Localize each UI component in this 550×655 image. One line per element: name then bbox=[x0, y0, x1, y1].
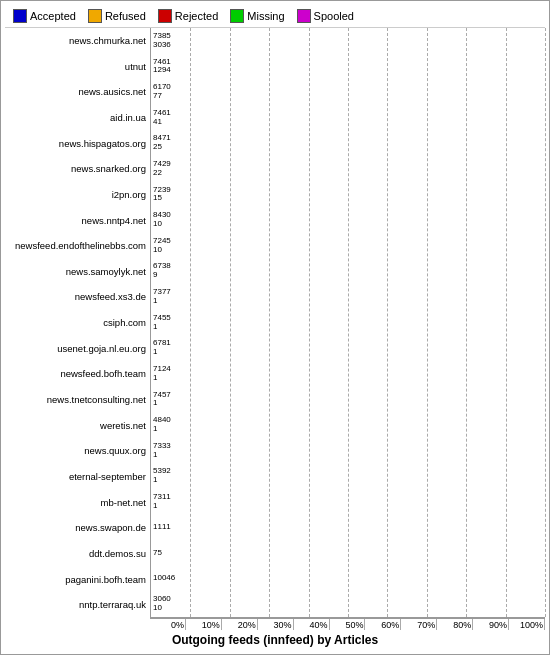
x-tick: 10% bbox=[186, 619, 222, 630]
bar-values: 73771 bbox=[153, 288, 171, 306]
bar-value-bottom: 1 bbox=[153, 399, 171, 408]
x-tick: 20% bbox=[222, 619, 258, 630]
bar-row: 746141 bbox=[151, 105, 545, 131]
bar-values: 74611294 bbox=[153, 58, 171, 76]
y-label: nntp.terraraq.uk bbox=[5, 600, 146, 610]
x-tick: 100% bbox=[509, 619, 545, 630]
y-label: usenet.goja.nl.eu.org bbox=[5, 344, 146, 354]
y-label: news.tnetconsulting.net bbox=[5, 395, 146, 405]
bar-value-bottom: 10 bbox=[153, 246, 171, 255]
legend-missing-box bbox=[230, 9, 244, 23]
bar-values: 847125 bbox=[153, 134, 171, 152]
bar-values: 73853036 bbox=[153, 32, 171, 50]
x-tick: 60% bbox=[365, 619, 401, 630]
y-label: newsfeed.bofh.team bbox=[5, 369, 146, 379]
legend-refused-box bbox=[88, 9, 102, 23]
bar-values: 73111 bbox=[153, 493, 171, 511]
y-label: news.hispagatos.org bbox=[5, 139, 146, 149]
y-label: newsfeed.endofthelinebbs.com bbox=[5, 241, 146, 251]
bar-row: 843010 bbox=[151, 207, 545, 233]
legend-rejected-box bbox=[158, 9, 172, 23]
bar-value-bottom: 77 bbox=[153, 92, 171, 101]
bar-value-bottom: 1 bbox=[153, 425, 171, 434]
bar-row: 847125 bbox=[151, 130, 545, 156]
y-label: mb-net.net bbox=[5, 498, 146, 508]
y-label: news.quux.org bbox=[5, 446, 146, 456]
y-label: news.snarked.org bbox=[5, 164, 146, 174]
bar-row: 1111 bbox=[151, 515, 545, 541]
bar-value-bottom: 25 bbox=[153, 143, 171, 152]
bar-values: 617077 bbox=[153, 83, 171, 101]
y-label: csiph.com bbox=[5, 318, 146, 328]
bar-value-bottom: 10 bbox=[153, 220, 171, 229]
bar-row: 73771 bbox=[151, 284, 545, 310]
bar-value-bottom: 22 bbox=[153, 169, 171, 178]
y-axis-labels: news.chmurka.netutnutnews.ausics.netaid.… bbox=[5, 28, 150, 618]
x-tick: 50% bbox=[330, 619, 366, 630]
y-label: news.samoylyk.net bbox=[5, 267, 146, 277]
y-label: newsfeed.xs3.de bbox=[5, 292, 146, 302]
bar-row: 73111 bbox=[151, 489, 545, 515]
bar-row: 306010 bbox=[151, 591, 545, 617]
bar-row: 73853036 bbox=[151, 28, 545, 54]
bar-values: 71241 bbox=[153, 365, 171, 383]
bar-row: 74611294 bbox=[151, 54, 545, 80]
legend-accepted: Accepted bbox=[13, 9, 76, 23]
bar-values: 67811 bbox=[153, 339, 171, 357]
bar-values: 742922 bbox=[153, 160, 171, 178]
x-tick: 80% bbox=[437, 619, 473, 630]
bar-values: 1111 bbox=[153, 523, 171, 532]
bar-value-bottom: 1 bbox=[153, 323, 171, 332]
bar-value-bottom: 15 bbox=[153, 194, 171, 203]
bar-value-bottom: 1 bbox=[153, 348, 171, 357]
bar-values: 73331 bbox=[153, 442, 171, 460]
bar-value-top: 10046 bbox=[153, 574, 175, 583]
y-label: eternal-september bbox=[5, 472, 146, 482]
x-tick: 0% bbox=[150, 619, 186, 630]
bar-row: 724510 bbox=[151, 233, 545, 259]
y-label: ddt.demos.su bbox=[5, 549, 146, 559]
bar-values: 306010 bbox=[153, 595, 171, 613]
legend-accepted-box bbox=[13, 9, 27, 23]
y-label: aid.in.ua bbox=[5, 113, 146, 123]
bar-value-bottom: 1294 bbox=[153, 66, 171, 75]
legend-spooled: Spooled bbox=[297, 9, 354, 23]
y-label: news.chmurka.net bbox=[5, 36, 146, 46]
legend-missing: Missing bbox=[230, 9, 284, 23]
bars-area: 7385303674611294617077746141847125742922… bbox=[150, 28, 545, 618]
bar-value-top: 75 bbox=[153, 549, 162, 558]
bar-row: 74571 bbox=[151, 387, 545, 413]
bar-value-bottom: 1 bbox=[153, 451, 171, 460]
bar-row: 74551 bbox=[151, 310, 545, 336]
bar-value-bottom: 1 bbox=[153, 476, 171, 485]
y-label: news.ausics.net bbox=[5, 87, 146, 97]
y-label: news.nntp4.net bbox=[5, 216, 146, 226]
bar-values: 75 bbox=[153, 549, 162, 558]
bar-row: 10046 bbox=[151, 566, 545, 592]
legend-spooled-box bbox=[297, 9, 311, 23]
bar-values: 67389 bbox=[153, 262, 171, 280]
bar-row: 75 bbox=[151, 540, 545, 566]
bar-value-bottom: 9 bbox=[153, 271, 171, 280]
bar-row: 53921 bbox=[151, 463, 545, 489]
bar-row: 67811 bbox=[151, 335, 545, 361]
y-label: i2pn.org bbox=[5, 190, 146, 200]
bar-values: 843010 bbox=[153, 211, 171, 229]
bar-value-bottom: 1 bbox=[153, 297, 171, 306]
x-tick: 90% bbox=[473, 619, 509, 630]
legend-missing-label: Missing bbox=[247, 10, 284, 22]
bar-values: 723915 bbox=[153, 186, 171, 204]
bar-row: 67389 bbox=[151, 258, 545, 284]
bar-row: 48401 bbox=[151, 412, 545, 438]
bar-value-bottom: 10 bbox=[153, 604, 171, 613]
y-label: paganini.bofh.team bbox=[5, 575, 146, 585]
bar-value-top: 1111 bbox=[153, 523, 171, 532]
bar-values: 10046 bbox=[153, 574, 175, 583]
bar-row: 723915 bbox=[151, 182, 545, 208]
x-axis-title: Outgoing feeds (innfeed) by Articles bbox=[5, 630, 545, 650]
chart-container: Accepted Refused Rejected Missing Spoole… bbox=[0, 0, 550, 655]
bar-row: 742922 bbox=[151, 156, 545, 182]
legend-accepted-label: Accepted bbox=[30, 10, 76, 22]
bar-row: 73331 bbox=[151, 438, 545, 464]
legend-refused: Refused bbox=[88, 9, 146, 23]
